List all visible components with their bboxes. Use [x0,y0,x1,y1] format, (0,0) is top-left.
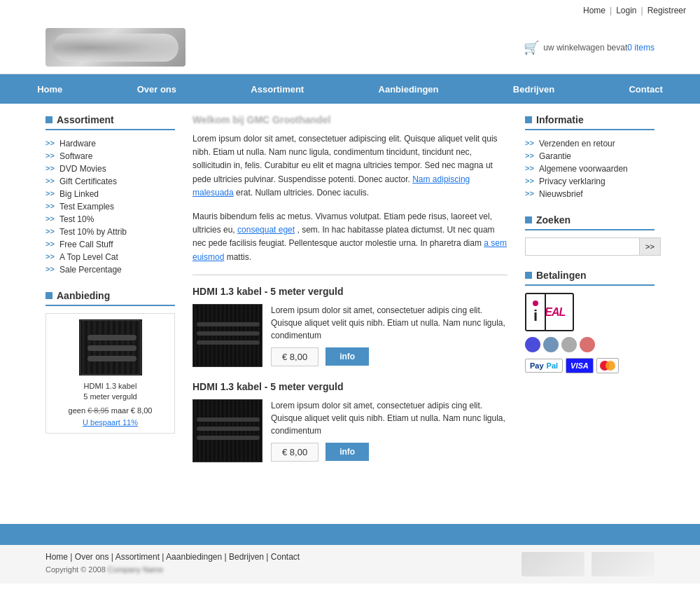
aanbieding-product-image [79,319,142,375]
nav-contact[interactable]: Contact [615,77,676,102]
search-input[interactable] [525,237,640,256]
menu-big-linked[interactable]: Big Linked [59,189,99,199]
top-home-link[interactable]: Home [583,6,606,15]
link-garantie[interactable]: Garantie [539,151,571,161]
aanbieding-title: Aanbieding [57,290,110,301]
menu-test-10[interactable]: Test 10% [59,214,94,224]
top-register-link[interactable]: Registreer [648,6,686,15]
link-nieuwsbrief[interactable]: Nieuwsbrief [539,189,583,199]
separator-1: | [610,6,612,15]
assortiment-title: Assortiment [57,114,114,125]
top-login-link[interactable]: Login [616,6,636,15]
price-none-label: geen [69,406,85,415]
paypal-row: PayPal VISA [525,358,654,373]
nav-aanbiedingen[interactable]: Aanbiedingen [365,77,453,102]
product-1-price: € 8,00 [271,347,318,366]
product-2-info-button[interactable]: info [326,443,369,461]
list-item: >>Test Examples [46,200,175,213]
search-button[interactable]: >> [640,237,661,256]
footer-assortiment[interactable]: Assortiment [115,552,160,562]
link-privacy[interactable]: Privacy verklaring [539,177,606,186]
nav-assortiment[interactable]: Assortiment [237,77,318,102]
copyright-text: Copyright © 2008 [46,565,106,574]
aanbieding-product-name: HDMI 1.3 kabel5 meter verguld [52,381,169,403]
product-1-info-button[interactable]: info [326,347,369,366]
new-price: € 8,00 [131,406,153,415]
arrow-icon: >> [46,151,57,160]
product-2-title: HDMI 1.3 kabel - 5 meter verguld [192,381,507,392]
main-nav: Home Over ons Assortiment Aanbiedingen B… [0,74,700,104]
menu-sale[interactable]: Sale Percentage [59,265,122,275]
zoeken-sq-icon [525,216,532,223]
list-item: >>DVD Movies [46,163,175,175]
pay-icon-4 [580,337,595,352]
ideal-logo: i DEAL [525,293,574,331]
list-item: >>Software [46,150,175,163]
product-1-image [192,304,262,367]
aanbieding-box: HDMI 1.3 kabel5 meter verguld geen € 8,9… [46,313,175,434]
list-item: >>Algemene voorwaarden [525,163,654,175]
footer-over-ons[interactable]: Over ons [75,552,109,562]
list-item: >>Hardware [46,137,175,150]
list-item: >>Test 10% [46,213,175,226]
list-item: >>Gift Certificates [46,175,175,188]
footer-aanbiedingen[interactable]: Aaanbiedingen [166,552,222,562]
mc-circle-orange [606,361,615,371]
content-divider-1 [192,275,507,275]
hdmi-cable-thumbnail [80,320,141,375]
menu-test-examples[interactable]: Test Examples [59,202,114,212]
list-item: >>Nieuwsbrief [525,188,654,200]
menu-free-call[interactable]: Free Call Stuff [59,240,113,249]
link-consequat[interactable]: consequat eget [237,225,295,235]
arrow-icon: >> [525,139,536,147]
arrow-icon: >> [525,151,536,160]
nav-over-ons[interactable]: Over ons [123,77,190,102]
welcome-text-1: Lorem ipsum dolor sit amet, consectetuer… [192,132,507,200]
list-item: >>Privacy verklaring [525,175,654,188]
link-verzenden[interactable]: Verzenden en retour [539,139,615,148]
menu-hardware[interactable]: Hardware [59,139,96,148]
informatie-sq-icon [525,116,532,123]
nav-home[interactable]: Home [23,77,76,102]
menu-dvd[interactable]: DVD Movies [59,164,106,174]
pay-icon-1 [525,337,540,352]
cart-icon: 🛒 [524,40,539,55]
zoeken-section: Zoeken >> [525,214,654,256]
arrow-icon: >> [525,164,536,172]
welcome-text-2: Mauris bibendum felis ac metus. Vivamus … [192,210,507,264]
top-bar: Home | Login | Registreer [0,0,700,21]
welcome-p1-end: erat. Nullam ultricies. Donec iaculis. [236,188,369,198]
informatie-menu: >>Verzenden en retour >>Garantie >>Algem… [525,137,654,200]
assortiment-menu: >>Hardware >>Software >>DVD Movies >>Gif… [46,137,175,276]
old-price: € 8,95 [88,406,109,415]
list-item: >>Free Call Stuff [46,238,175,251]
menu-test-10-attrib[interactable]: Test 10% by Attrib [59,227,127,237]
zoeken-title: Zoeken [536,214,570,226]
arrow-icon: >> [46,240,57,248]
link-algemene[interactable]: Algemene voorwaarden [539,164,628,174]
product-2-desc: Lorem ipsum dolor sit amet, consectetuer… [271,399,507,437]
list-item: >>Big Linked [46,188,175,200]
savings-link[interactable]: U bespaart 11% [83,418,138,427]
arrow-icon: >> [46,202,57,210]
cart-items-link[interactable]: 0 items [627,43,654,53]
betalingen-sq-icon [525,272,532,279]
menu-software[interactable]: Software [59,151,92,161]
sidebar-right: Informatie >>Verzenden en retour >>Garan… [525,114,654,513]
footer-home[interactable]: Home [46,552,68,562]
nav-bedrijven[interactable]: Bedrijven [499,77,568,102]
maar-label: maar [111,406,129,415]
hdmi-img-2 [193,400,262,462]
menu-gift[interactable]: Gift Certificates [59,177,117,186]
menu-top-cat[interactable]: A Top Level Cat [59,252,118,262]
logo [46,28,186,67]
main-content: Welkom bij GMC Groothandel Lorem ipsum d… [186,114,514,513]
arrow-icon: >> [46,252,57,261]
footer-contact[interactable]: Contact [271,552,300,562]
product-2-row: Lorem ipsum dolor sit amet, consectetuer… [192,399,507,462]
payment-icons [525,337,654,352]
sidebar-left: Assortiment >>Hardware >>Software >>DVD … [46,114,175,513]
product-1-info: Lorem ipsum dolor sit amet, consectetuer… [271,304,507,367]
footer-bedrijven[interactable]: Bedrijven [229,552,264,562]
cart-area: 🛒 uw winkelwagen bevat 0 items [524,40,654,55]
